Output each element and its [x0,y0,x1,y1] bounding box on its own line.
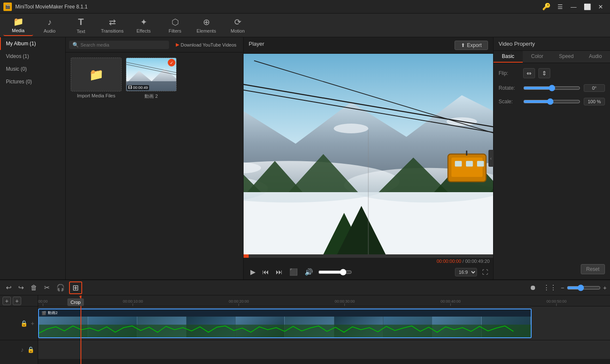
zoom-in-button[interactable]: + [603,284,607,291]
rotate-value: 0° [584,84,605,92]
zoom-slider[interactable] [567,284,601,291]
volume-icon[interactable]: 🔊 [303,266,315,278]
volume-slider[interactable] [318,269,352,276]
timeline-toolbar: ↩ ↪ 🗑 ✂ 🎧 ⊞ Crop ⏺ ⋮⋮ − + [0,280,610,295]
ruler-mark-4: 00:00:40:00 [441,299,461,306]
sidebar-item-myalbum[interactable]: My Album (1) [0,37,65,50]
key-icon[interactable]: 🔑 [542,3,551,11]
flip-vertical-button[interactable]: ⇕ [538,68,550,78]
sidebar-item-pictures[interactable]: Pictures (0) [0,75,65,88]
close-button[interactable]: ✕ [595,1,607,13]
left-panel: My Album (1) Videos (1) Music (0) Pictur… [0,37,66,279]
ruler-mark-0: 00:00 [38,299,48,306]
toolbar-audio[interactable]: ♪ Audio [35,15,64,36]
toolbar-effects-label: Effects [136,28,150,33]
video-track-lock-button[interactable]: 🔒 [19,319,28,328]
tab-basic[interactable]: Basic [494,51,523,63]
toolbar-motion[interactable]: ⟳ Motion [223,15,252,36]
toolbar-effects[interactable]: ✦ Effects [129,15,158,36]
main-area: My Album (1) Videos (1) Music (0) Pictur… [0,37,610,279]
toolbar-text-label: Text [77,29,85,34]
elements-icon: ⊕ [203,17,210,27]
video-track-add-button[interactable]: + [30,319,35,328]
player-video [244,54,493,254]
motion-icon: ⟳ [234,17,241,27]
flip-horizontal-button[interactable]: ⇔ [523,68,535,78]
video-clip-track: 🎬 動画2 [38,306,610,340]
svg-rect-24 [452,157,483,177]
import-media-item[interactable]: 📁 Import Media Files [71,58,122,99]
media-grid: 📁 Import Media Files [66,52,243,279]
delete-button[interactable]: 🗑 [28,282,40,293]
scale-label: Scale: [499,99,520,105]
toolbar-transitions[interactable]: ⇄ Transitions [97,15,127,36]
timeline-ruler: 00:00 00:00:10:00 00:00:20:00 00:00:30:0… [38,295,610,306]
main-toolbar: 📁 Media ♪ Audio T Text ⇄ Transitions ✦ E… [0,14,610,37]
export-label: Export [467,42,482,48]
search-input[interactable] [80,42,166,47]
props-header: Video Property [494,37,610,51]
toolbar-text[interactable]: T Text [66,15,96,36]
zoom-out-button[interactable]: − [561,284,564,291]
audio-track-lock-button[interactable]: 🔒 [26,345,35,354]
menu-button[interactable]: ☰ [554,1,566,13]
tab-audio[interactable]: Audio [581,51,610,63]
svg-rect-26 [466,161,473,166]
youtube-download-button[interactable]: ▶ Download YouTube Videos [172,41,240,49]
ruler-mark-2: 00:00:20:00 [229,299,249,306]
cut-button[interactable]: ✂ [42,282,52,293]
video-label: 動画 2 [144,93,158,99]
app-icon: 🎬 [3,3,12,11]
timeline-tracks: 00:00 00:00:10:00 00:00:20:00 00:00:30:0… [38,295,610,364]
video-thumb: 🎞 00:00:49 ✓ [126,58,177,91]
ruler-mark-1: 00:00:10:00 [123,299,143,306]
player-timeline[interactable] [244,254,493,258]
add-video-track-button[interactable]: + [3,297,11,305]
play-button[interactable]: ▶ [249,266,257,278]
crop-button[interactable]: ⊞ [69,281,82,294]
title-controls: ☰ — ⬜ ✕ [554,1,607,13]
record-button[interactable]: ⏺ [527,282,539,293]
split-audio-button[interactable]: ⋮⋮ [541,282,559,293]
props-title: Video Property [499,41,535,47]
audio-icon-label: ♪ [20,345,25,354]
add-audio-track-button[interactable]: + [13,297,21,305]
scale-slider[interactable] [523,98,580,105]
next-frame-button[interactable]: ⏭ [274,267,284,278]
flip-row: Flip: ⇔ ⇕ [499,68,605,78]
tab-color[interactable]: Color [523,51,552,63]
tab-speed[interactable]: Speed [552,51,581,63]
youtube-label: Download YouTube Videos [181,42,237,47]
redo-button[interactable]: ↪ [16,282,26,293]
toolbar-elements[interactable]: ⊕ Elements [191,15,221,36]
video-item-1[interactable]: 🎞 00:00:49 ✓ 動画 2 [126,58,177,99]
clip-header: 🎬 動画2 [39,309,531,317]
rotate-slider[interactable] [523,85,580,91]
app-title: MiniTool MovieMaker Free 8.1.1 [15,4,542,10]
player-header: Player ⬆ Export [244,37,493,54]
sidebar-item-music[interactable]: Music (0) [0,63,65,75]
import-label: Import Media Files [77,93,115,98]
export-button[interactable]: ⬆ Export [455,41,488,50]
media-icon: 📁 [13,17,24,27]
toolbar-filters[interactable]: ⬡ Filters [160,15,190,36]
minimize-button[interactable]: — [568,1,580,13]
prev-frame-button[interactable]: ⏮ [261,267,271,278]
aspect-ratio-select[interactable]: 16:9 4:3 1:1 [455,268,477,276]
toolbar-media[interactable]: 📁 Media [3,15,33,36]
search-box[interactable]: 🔍 [69,41,169,49]
video-clip-1[interactable]: 🎬 動画2 [38,309,532,338]
sidebar-item-videos[interactable]: Videos (1) [0,50,65,63]
audio-detach-button[interactable]: 🎧 [54,282,67,293]
rotate-label: Rotate: [499,85,520,91]
undo-button[interactable]: ↩ [3,282,14,293]
stop-button[interactable]: ⬛ [288,266,299,278]
text-icon: T [78,17,83,28]
collapse-handle[interactable]: ‹ [488,150,494,167]
scale-value: 100 % [584,98,605,105]
zoom-control: − + [561,284,607,291]
maximize-button[interactable]: ⬜ [581,1,593,13]
fullscreen-button[interactable]: ⛶ [482,269,488,276]
props-panel: ‹ Video Property Basic Color Speed Audio… [494,37,610,279]
reset-button[interactable]: Reset [581,264,605,274]
